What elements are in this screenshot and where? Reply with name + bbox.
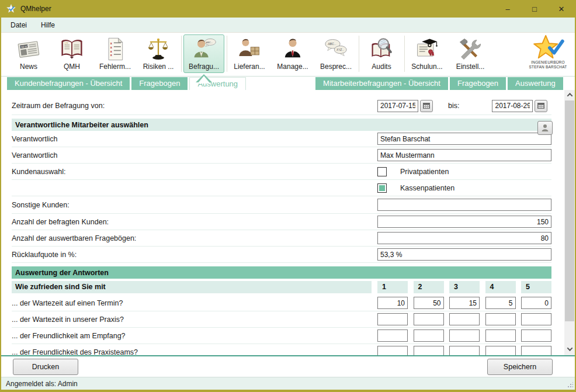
- close-icon[interactable]: ✕: [548, 0, 575, 18]
- scales-icon: [145, 36, 171, 62]
- toolbar-item-label: Einstell...: [456, 63, 485, 71]
- question-row-praxisteam: ... der Freundlichkeit des Praxisteams?: [12, 344, 551, 356]
- ruecklaufquote-row: Rücklaufquote in %:: [12, 247, 551, 263]
- column-header-4: 4: [485, 281, 516, 293]
- answer-input-r4c1[interactable]: [377, 346, 408, 356]
- training-icon: [414, 36, 440, 62]
- svg-text:XYZ...: XYZ...: [336, 48, 344, 51]
- privatpatienten-checkbox[interactable]: [377, 167, 387, 176]
- answer-input-r4c2[interactable]: [414, 346, 444, 356]
- supplier-icon: [237, 36, 262, 62]
- resize-grip-icon[interactable]: [567, 382, 573, 388]
- scrollbar-thumb[interactable]: [565, 100, 574, 321]
- answer-input-r2c3[interactable]: [449, 313, 480, 325]
- chevron-up-icon: [567, 93, 572, 99]
- tab-kundenbefragungen-uebersicht[interactable]: Kundenbefragungen - Übersicht: [7, 77, 130, 90]
- toolbar-item-fehlermanagement[interactable]: xx xx Fehlerm...: [95, 34, 136, 73]
- answer-input-r3c5[interactable]: [521, 329, 551, 342]
- toolbar-item-management[interactable]: Manage...: [272, 34, 313, 73]
- book-icon: QM: [59, 36, 85, 62]
- responsible2-input[interactable]: [377, 149, 551, 161]
- toolbar-item-lieferanten[interactable]: Lieferan...: [229, 34, 270, 73]
- answer-input-r1c1[interactable]: [377, 297, 408, 309]
- star-check-logo-icon: [531, 34, 565, 60]
- befragte-kunden-input[interactable]: [377, 216, 551, 228]
- responsible1-input[interactable]: [377, 133, 551, 145]
- speech-bubbles-icon: ABC... XYZ...: [323, 36, 349, 62]
- tab-mitarbeiterbefragungen-uebersicht[interactable]: Mitarbeiterbefragungen - Übersicht: [315, 77, 448, 90]
- calendar-icon: [423, 103, 430, 109]
- toolbar-item-besprechungen[interactable]: ABC... XYZ... Besprec...: [315, 34, 356, 73]
- answer-input-r4c3[interactable]: [449, 346, 480, 356]
- kassenpatienten-row: Kassenpatienten: [12, 180, 551, 196]
- kassenpatienten-checkbox[interactable]: [377, 183, 387, 193]
- toolbar-item-news[interactable]: NEWS News: [8, 34, 49, 73]
- tab-kunden-fragebogen[interactable]: Fragebogen: [131, 77, 188, 90]
- tab-strip: Kundenbefragungen - Übersicht Fragebogen…: [1, 77, 575, 90]
- toolbar-item-einstellungen[interactable]: Einstell...: [450, 34, 491, 73]
- question-row-termin: ... der Wartezeit auf einen Termin?: [12, 295, 551, 311]
- tab-mitarbeiter-auswertung[interactable]: Auswertung: [508, 77, 563, 90]
- toolbar-separator: [181, 36, 182, 72]
- date-from-calendar-button[interactable]: [420, 100, 433, 112]
- maximize-icon[interactable]: □: [521, 0, 548, 18]
- date-from-input[interactable]: [377, 100, 418, 112]
- responsible2-label: Verantwortlich: [12, 151, 377, 159]
- toolbar-separator: [227, 36, 227, 72]
- survey-evaluation-panel: Zeitraum der Befragung von: bis: Verantw…: [1, 90, 575, 356]
- answers-table-header: Wie zufrieden sind Sie mit 1 2 3 4 5: [12, 279, 551, 295]
- sonstige-kunden-input[interactable]: [377, 199, 551, 211]
- date-to-input[interactable]: [492, 100, 533, 112]
- answer-input-r2c2[interactable]: [414, 313, 444, 325]
- window-title: QMhelper: [20, 5, 51, 13]
- ruecklaufquote-input[interactable]: [377, 248, 551, 261]
- toolbar-item-schulungen[interactable]: Schulun...: [407, 34, 447, 73]
- tab-mitarbeiter-fragebogen[interactable]: Fragebogen: [450, 77, 506, 90]
- answer-input-r4c5[interactable]: [521, 346, 551, 356]
- answer-input-r2c4[interactable]: [485, 313, 516, 325]
- toolbar-item-risiken[interactable]: Risiken ...: [138, 34, 179, 73]
- svg-text:QM: QM: [64, 41, 68, 44]
- menu-datei[interactable]: Datei: [4, 19, 34, 32]
- answer-input-r1c2[interactable]: [414, 297, 444, 309]
- drucken-button[interactable]: Drucken: [13, 359, 78, 375]
- toolbar-item-label: QMH: [64, 63, 80, 71]
- toolbar-item-befragungen[interactable]: ABC... Befragu...: [183, 34, 224, 73]
- answer-input-r3c4[interactable]: [485, 329, 516, 342]
- column-header-3: 3: [449, 281, 480, 293]
- zeitraum-label: Zeitraum der Befragung von:: [12, 102, 377, 110]
- scroll-down-button[interactable]: [564, 344, 575, 354]
- answer-input-r1c5[interactable]: [521, 297, 551, 309]
- vertical-scrollbar[interactable]: [564, 90, 575, 355]
- date-to-calendar-button[interactable]: [535, 100, 547, 112]
- manager-icon: [280, 36, 306, 62]
- select-employee-button[interactable]: [537, 121, 553, 135]
- newspaper-icon: NEWS: [16, 36, 41, 62]
- company-logo: INGENIEURBÜRO STEFAN BARSCHAT: [525, 34, 571, 69]
- answer-input-r1c4[interactable]: [485, 297, 516, 309]
- answer-input-r3c1[interactable]: [377, 329, 408, 342]
- kundenauswahl-label: Kundenauswahl:: [12, 168, 377, 176]
- answer-input-r1c3[interactable]: [449, 297, 480, 309]
- toolbar-item-label: Schulun...: [411, 63, 442, 71]
- menu-hilfe[interactable]: Hilfe: [34, 19, 62, 32]
- answer-input-r3c3[interactable]: [449, 329, 480, 342]
- answer-input-r4c4[interactable]: [485, 346, 516, 356]
- toolbar-item-label: News: [20, 63, 37, 71]
- scroll-up-button[interactable]: [564, 90, 575, 100]
- button-row: Drucken Speichern: [1, 356, 575, 377]
- minimize-icon[interactable]: –: [494, 0, 521, 18]
- answer-input-r2c1[interactable]: [377, 313, 408, 325]
- toolbar-item-qmh[interactable]: QM QMH: [51, 34, 92, 73]
- question-row-praxis-wartezeit: ... der Wartezeit in unserer Praxis?: [12, 311, 551, 328]
- befragte-kunden-label: Anzahl der befragten Kunden:: [12, 218, 377, 226]
- answer-input-r2c5[interactable]: [521, 313, 551, 325]
- speichern-button[interactable]: Speichern: [487, 359, 553, 375]
- calendar-icon: [537, 103, 544, 109]
- logo-text-line1: INGENIEURBÜRO: [531, 60, 565, 65]
- befragte-kunden-row: Anzahl der befragten Kunden:: [12, 214, 551, 230]
- answer-input-r3c2[interactable]: [414, 329, 444, 342]
- toolbar-item-audits[interactable]: Audits: [361, 34, 402, 73]
- auswertbare-frageboegen-input[interactable]: [377, 232, 551, 244]
- error-list-icon: xx xx: [102, 36, 128, 62]
